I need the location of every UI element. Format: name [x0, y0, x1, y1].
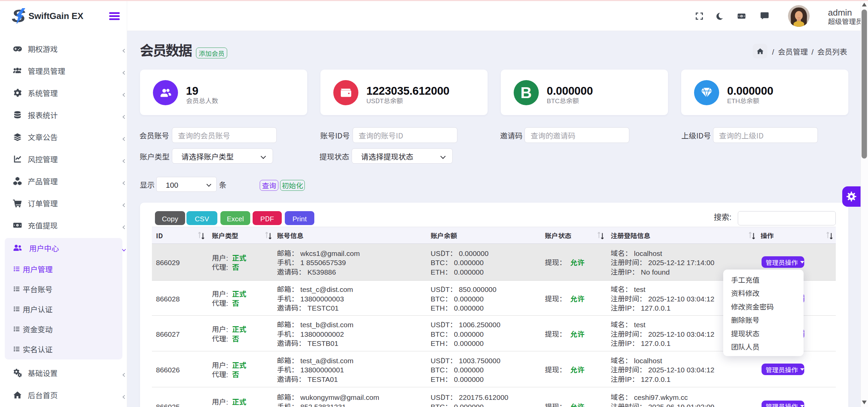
- svg-text:1: 1: [741, 15, 743, 18]
